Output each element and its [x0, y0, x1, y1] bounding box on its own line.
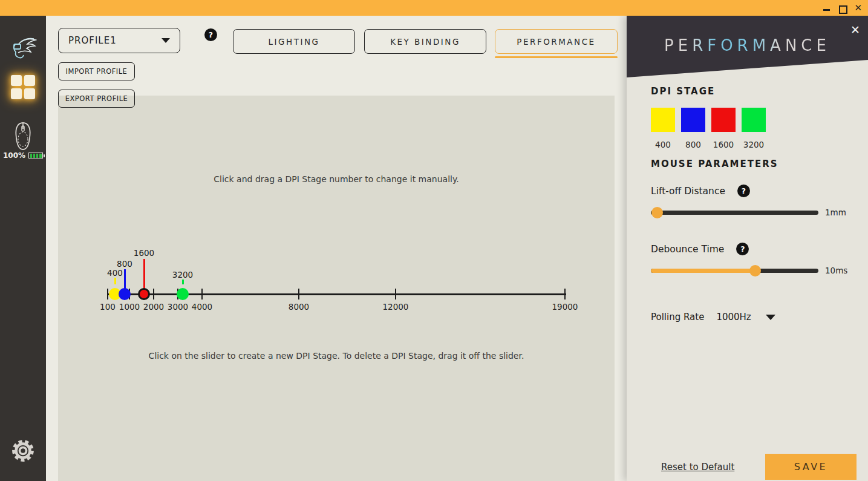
dpi-stage-heading: DPI STAGE — [651, 86, 715, 97]
window-titlebar: ✕ — [0, 0, 868, 16]
sidebar-item-device[interactable] — [0, 122, 46, 151]
polling-rate-dropdown[interactable]: Polling Rate 1000Hz — [651, 312, 775, 322]
mouse-parameters-heading: MOUSE PARAMETERS — [651, 159, 778, 169]
dpi-stage-handle-1600[interactable] — [138, 288, 150, 300]
debounce-help-icon[interactable]: ? — [736, 243, 749, 255]
dpi-stage-swatch-value: 800 — [685, 140, 701, 149]
mouse-icon — [13, 122, 33, 151]
tab-lighting[interactable]: LIGHTING — [233, 29, 355, 54]
profile-select[interactable]: PROFILE1 — [58, 28, 180, 53]
dpi-axis-tick-label: 8000 — [279, 302, 318, 312]
maximize-icon[interactable] — [838, 4, 846, 12]
dpi-axis-tick — [153, 289, 154, 299]
dpi-axis-tick — [201, 289, 203, 299]
dpi-slider-panel[interactable]: Click and drag a DPI Stage number to cha… — [58, 96, 615, 481]
dpi-stage-handle-800[interactable] — [119, 288, 131, 300]
dpi-stage-swatch-value: 3200 — [743, 140, 764, 149]
export-profile-button[interactable]: EXPORT PROFILE — [58, 90, 135, 108]
window-close-icon[interactable]: ✕ — [854, 4, 862, 12]
lift-off-slider[interactable] — [651, 211, 818, 215]
battery-icon — [28, 152, 43, 159]
dpi-stage-cell: 800 — [681, 108, 705, 149]
dpi-stage-swatch-800[interactable] — [681, 108, 705, 132]
dpi-stage-number-1600[interactable]: 1600 — [125, 248, 163, 258]
dpi-axis-tick — [298, 289, 299, 299]
dpi-instruction-bottom: Click on the slider to create a new DPI … — [58, 351, 615, 361]
minimize-icon[interactable] — [823, 4, 830, 12]
dpi-axis-tick-label: 19000 — [546, 302, 584, 312]
battery-status: 100% — [0, 151, 46, 160]
dpi-instruction-top: Click and drag a DPI Stage number to cha… — [58, 174, 615, 184]
import-profile-button[interactable]: IMPORT PROFILE — [58, 62, 135, 80]
dpi-stage-swatch-value: 1600 — [713, 140, 734, 149]
drawer-title: PERFORMANCE — [627, 36, 868, 54]
dpi-axis-tick — [395, 289, 396, 299]
drawer-close-icon[interactable]: ✕ — [850, 23, 860, 36]
sidebar-item-settings[interactable] — [0, 437, 46, 464]
app-window: ✕ 100% — [0, 0, 868, 481]
dpi-stage-swatches: 40080016003200 — [651, 108, 766, 149]
dpi-axis-tick — [107, 289, 108, 299]
tab-performance[interactable]: PERFORMANCE — [495, 29, 618, 54]
sidebar-nav: 100% — [0, 16, 46, 481]
profile-help-icon[interactable]: ? — [204, 28, 217, 41]
battery-percent-label: 100% — [3, 151, 25, 160]
polling-rate-value: 1000Hz — [716, 312, 751, 322]
dpi-stage-marker-line — [182, 280, 184, 284]
gear-icon — [10, 437, 36, 464]
lift-off-help-icon[interactable]: ? — [737, 185, 750, 197]
debounce-slider-thumb[interactable] — [749, 265, 761, 276]
dpi-axis-tick-label: 12000 — [376, 302, 415, 312]
grid-icon — [11, 75, 35, 99]
lift-off-distance-label: Lift-off Distance — [651, 186, 725, 197]
dpi-stage-marker-line — [114, 278, 116, 284]
dpi-stage-swatch-3200[interactable] — [742, 108, 766, 132]
lift-off-slider-thumb[interactable] — [651, 207, 663, 218]
dpi-axis-tick-label: 4000 — [183, 302, 221, 312]
dpi-stage-cell: 400 — [651, 108, 675, 149]
dpi-stage-number-3200[interactable]: 3200 — [163, 270, 202, 280]
main-content: PROFILE1 ? LIGHTING KEY BINDING PERFORMA… — [46, 16, 627, 481]
dpi-stage-swatch-value: 400 — [655, 140, 671, 149]
performance-drawer: PERFORMANCE ✕ DPI STAGE 40080016003200 M… — [627, 16, 868, 481]
save-button[interactable]: SAVE — [765, 454, 857, 480]
dpi-stage-swatch-1600[interactable] — [711, 108, 736, 132]
tab-key-binding[interactable]: KEY BINDING — [364, 29, 486, 54]
dpi-stage-number-400[interactable]: 400 — [96, 268, 134, 278]
chevron-down-icon — [162, 38, 170, 43]
lift-off-value: 1mm — [825, 208, 846, 217]
reset-to-default-link[interactable]: Reset to Default — [661, 462, 734, 473]
dpi-stage-cell: 1600 — [711, 108, 736, 149]
sidebar-item-profiles[interactable] — [0, 75, 46, 99]
dpi-stage-number-800[interactable]: 800 — [105, 259, 144, 269]
profile-select-value: PROFILE1 — [68, 35, 117, 46]
brand-logo-icon[interactable] — [0, 36, 46, 59]
dpi-stage-handle-3200[interactable] — [177, 288, 189, 300]
debounce-value: 10ms — [825, 266, 847, 275]
dpi-stage-swatch-400[interactable] — [651, 108, 675, 132]
chevron-down-icon — [766, 315, 775, 320]
polling-rate-label: Polling Rate — [651, 312, 704, 322]
active-tab-underline — [495, 56, 618, 58]
dpi-axis-tick — [564, 289, 566, 299]
dpi-stage-cell: 3200 — [742, 108, 766, 149]
debounce-time-label: Debounce Time — [651, 244, 724, 255]
debounce-slider[interactable] — [651, 269, 818, 273]
